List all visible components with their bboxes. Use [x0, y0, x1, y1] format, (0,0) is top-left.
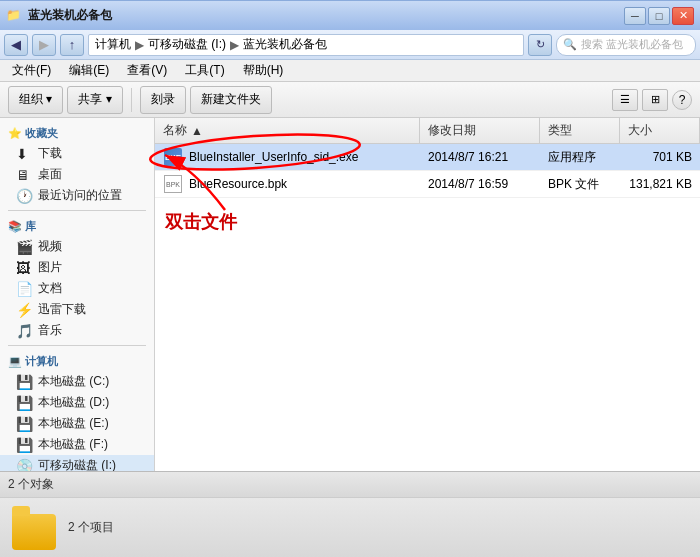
downloads-icon: ⬇	[16, 146, 34, 162]
col-header-date[interactable]: 修改日期	[420, 118, 540, 143]
file-name-cell: BPK BlueResource.bpk	[155, 174, 420, 194]
toolbar-right: ☰ ⊞ ?	[612, 89, 692, 111]
drive-f-icon: 💾	[16, 437, 34, 453]
menu-bar: 文件(F) 编辑(E) 查看(V) 工具(T) 帮助(H)	[0, 60, 700, 82]
file-name-cell: EXE BlueInstaller_UserInfo_sid_.exe	[155, 147, 420, 167]
drive-i-icon: 💿	[16, 458, 34, 472]
path-folder[interactable]: 蓝光装机必备包	[243, 36, 327, 53]
menu-view[interactable]: 查看(V)	[119, 60, 175, 81]
help-icon-button[interactable]: ?	[672, 90, 692, 110]
desktop-icon: 🖥	[16, 167, 34, 183]
recent-icon: 🕐	[16, 188, 34, 204]
sidebar-item-drive-i[interactable]: 💿 可移动磁盘 (I:)	[0, 455, 154, 471]
sidebar-item-drive-d[interactable]: 💾 本地磁盘 (D:)	[0, 392, 154, 413]
burn-button[interactable]: 刻录	[140, 86, 186, 114]
window-icon: 📁	[6, 8, 22, 24]
favorites-section: ⭐ 收藏夹 ⬇ 下载 🖥 桌面 🕐 最近访问的位置	[0, 122, 154, 206]
close-button[interactable]: ✕	[672, 7, 694, 25]
computer-section: 💻 计算机 💾 本地磁盘 (C:) 💾 本地磁盘 (D:) 💾 本地磁盘 (E:…	[0, 350, 154, 471]
file-size-cell: 701 KB	[620, 150, 700, 164]
address-path[interactable]: 计算机 ▶ 可移动磁盘 (I:) ▶ 蓝光装机必备包	[88, 34, 524, 56]
sidebar-item-drive-e[interactable]: 💾 本地磁盘 (E:)	[0, 413, 154, 434]
search-box[interactable]: 🔍 搜索 蓝光装机必备包	[556, 34, 696, 56]
file-date-cell: 2014/8/7 16:21	[420, 150, 540, 164]
sidebar-item-videos[interactable]: 🎬 视频	[0, 236, 154, 257]
title-bar: 📁 蓝光装机必备包 ─ □ ✕	[0, 0, 700, 30]
col-header-size[interactable]: 大小	[620, 118, 700, 143]
folder-shape	[12, 514, 56, 550]
share-button[interactable]: 共享 ▾	[67, 86, 122, 114]
drive-e-icon: 💾	[16, 416, 34, 432]
search-placeholder: 搜索 蓝光装机必备包	[581, 37, 683, 52]
music-icon: 🎵	[16, 323, 34, 339]
exe-file-icon: EXE	[163, 147, 183, 167]
col-header-type[interactable]: 类型	[540, 118, 620, 143]
xunlei-icon: ⚡	[16, 302, 34, 318]
maximize-button[interactable]: □	[648, 7, 670, 25]
file-type-cell: 应用程序	[540, 149, 620, 166]
bottom-items-count: 2 个项目	[68, 519, 114, 536]
computer-header[interactable]: 💻 计算机	[0, 350, 154, 371]
menu-edit[interactable]: 编辑(E)	[61, 60, 117, 81]
sidebar-item-label: 本地磁盘 (F:)	[38, 436, 108, 453]
sidebar-item-music[interactable]: 🎵 音乐	[0, 320, 154, 341]
sidebar-item-drive-f[interactable]: 💾 本地磁盘 (F:)	[0, 434, 154, 455]
new-folder-button[interactable]: 新建文件夹	[190, 86, 272, 114]
documents-icon: 📄	[16, 281, 34, 297]
menu-file[interactable]: 文件(F)	[4, 60, 59, 81]
path-drive[interactable]: 可移动磁盘 (I:)	[148, 36, 226, 53]
col-header-name[interactable]: 名称 ▲	[155, 118, 420, 143]
path-computer[interactable]: 计算机	[95, 36, 131, 53]
sidebar-item-drive-c[interactable]: 💾 本地磁盘 (C:)	[0, 371, 154, 392]
sidebar-item-label: 图片	[38, 259, 62, 276]
drive-d-icon: 💾	[16, 395, 34, 411]
toolbar-separator	[131, 88, 132, 112]
table-row[interactable]: EXE BlueInstaller_UserInfo_sid_.exe 2014…	[155, 144, 700, 171]
file-name-text: BlueInstaller_UserInfo_sid_.exe	[189, 150, 358, 164]
table-row[interactable]: BPK BlueResource.bpk 2014/8/7 16:59 BPK …	[155, 171, 700, 198]
sidebar-item-label: 迅雷下载	[38, 301, 86, 318]
bpk-file-icon: BPK	[163, 174, 183, 194]
details-view-button[interactable]: ⊞	[642, 89, 668, 111]
sidebar-item-pictures[interactable]: 🖼 图片	[0, 257, 154, 278]
toolbar: 组织 ▾ 共享 ▾ 刻录 新建文件夹 ☰ ⊞ ?	[0, 82, 700, 118]
drive-c-icon: 💾	[16, 374, 34, 390]
sidebar: ⭐ 收藏夹 ⬇ 下载 🖥 桌面 🕐 最近访问的位置 📚 库 🎬	[0, 118, 155, 471]
sidebar-item-desktop[interactable]: 🖥 桌面	[0, 164, 154, 185]
file-date-cell: 2014/8/7 16:59	[420, 177, 540, 191]
organize-button[interactable]: 组织 ▾	[8, 86, 63, 114]
pictures-icon: 🖼	[16, 260, 34, 276]
status-count: 2 个对象	[8, 476, 54, 493]
address-bar-area: ◀ ▶ ↑ 计算机 ▶ 可移动磁盘 (I:) ▶ 蓝光装机必备包 ↻ 🔍 搜索 …	[0, 30, 700, 60]
sidebar-item-xunlei[interactable]: ⚡ 迅雷下载	[0, 299, 154, 320]
minimize-button[interactable]: ─	[624, 7, 646, 25]
sidebar-item-label: 文档	[38, 280, 62, 297]
menu-tools[interactable]: 工具(T)	[177, 60, 232, 81]
refresh-button[interactable]: ↻	[528, 34, 552, 56]
sidebar-item-label: 本地磁盘 (D:)	[38, 394, 109, 411]
folder-preview-icon	[12, 506, 56, 550]
status-bar: 2 个对象	[0, 471, 700, 497]
main-area: ⭐ 收藏夹 ⬇ 下载 🖥 桌面 🕐 最近访问的位置 📚 库 🎬	[0, 118, 700, 471]
favorites-header[interactable]: ⭐ 收藏夹	[0, 122, 154, 143]
back-button[interactable]: ◀	[4, 34, 28, 56]
file-list: EXE BlueInstaller_UserInfo_sid_.exe 2014…	[155, 144, 700, 471]
window-title: 蓝光装机必备包	[28, 7, 624, 24]
sidebar-item-label: 本地磁盘 (C:)	[38, 373, 109, 390]
window-controls: ─ □ ✕	[624, 7, 694, 25]
file-size-cell: 131,821 KB	[620, 177, 700, 191]
view-toggle-button[interactable]: ☰	[612, 89, 638, 111]
sidebar-item-recent[interactable]: 🕐 最近访问的位置	[0, 185, 154, 206]
sidebar-item-label: 音乐	[38, 322, 62, 339]
sidebar-item-label: 下载	[38, 145, 62, 162]
sidebar-item-label: 桌面	[38, 166, 62, 183]
sidebar-item-documents[interactable]: 📄 文档	[0, 278, 154, 299]
forward-button[interactable]: ▶	[32, 34, 56, 56]
menu-help[interactable]: 帮助(H)	[235, 60, 292, 81]
sidebar-item-downloads[interactable]: ⬇ 下载	[0, 143, 154, 164]
file-list-area: 名称 ▲ 修改日期 类型 大小 EXE BlueInstaller_UserIn…	[155, 118, 700, 471]
file-name-text: BlueResource.bpk	[189, 177, 287, 191]
library-header[interactable]: 📚 库	[0, 215, 154, 236]
up-button[interactable]: ↑	[60, 34, 84, 56]
library-section: 📚 库 🎬 视频 🖼 图片 📄 文档 ⚡ 迅雷下载	[0, 215, 154, 341]
